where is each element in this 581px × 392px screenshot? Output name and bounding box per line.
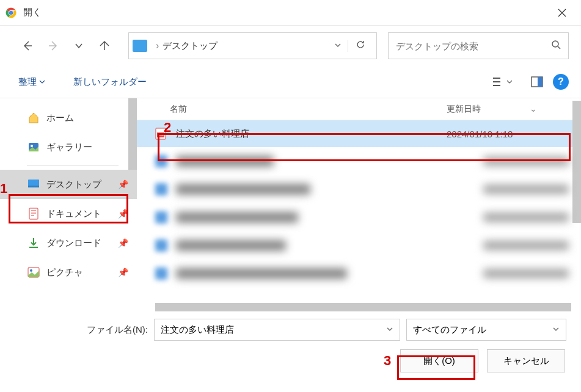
pin-icon: 📌 [118,238,128,248]
chevron-right-icon: › [156,40,159,51]
help-icon: ? [558,76,564,87]
arrow-right-icon [48,40,59,51]
sidebar-separator [27,165,119,166]
organize-button[interactable]: 整理 [12,73,51,92]
file-row-selected[interactable]: PDF 注文の多い料理店 2024/01/10 1:18 [137,120,581,147]
sidebar-item-label: ギャラリー [46,142,92,153]
pin-icon: 📌 [118,180,128,189]
sidebar-item-label: デスクトップ [46,179,101,191]
arrow-up-icon [99,40,110,51]
chevron-down-icon [334,42,342,49]
pictures-icon [27,266,40,279]
filename-value: 注文の多い料理店 [161,324,386,336]
file-date: 2024/01/10 1:18 [447,129,569,139]
chevron-down-icon [506,79,513,85]
chevron-down-icon [39,79,45,85]
search-box[interactable] [388,32,569,59]
close-icon [558,9,566,17]
nav-up-button[interactable] [94,35,115,56]
home-icon [27,111,40,125]
svg-point-7 [31,145,33,147]
titlebar: 開く [0,0,581,26]
svg-point-12 [30,269,32,272]
refresh-button[interactable] [348,40,373,52]
search-button[interactable] [551,40,561,52]
file-list: 名前 更新日時⌄ PDF 注文の多い料理店 2024/01/10 1:18 [137,98,581,311]
svg-rect-9 [28,186,39,187]
filename-label: ファイル名(N): [87,324,148,336]
pdf-file-icon: PDF [155,128,167,140]
chevron-down-icon [386,325,393,333]
sidebar-item-label: ダウンロード [46,238,101,249]
file-row-blurred [137,231,581,260]
preview-pane-button[interactable] [526,73,548,91]
list-header: 名前 更新日時⌄ [137,98,581,120]
button-row: 開く(O) キャンセル [15,349,566,372]
sidebar-item-documents[interactable]: ドキュメント 📌 [0,199,137,228]
arrow-left-icon [22,40,33,51]
gallery-icon [27,140,40,154]
filename-combobox[interactable]: 注文の多い料理店 [154,319,400,341]
sidebar-item-gallery[interactable]: ギャラリー [0,132,137,162]
filelist-scrollbar[interactable] [572,101,581,223]
sidebar-item-downloads[interactable]: ダウンロード 📌 [0,228,137,258]
file-name: 注文の多い料理店 [176,128,447,140]
chevron-down-icon [552,325,560,333]
file-row-blurred [137,147,581,175]
downloads-icon [27,236,40,250]
sidebar-item-label: ドキュメント [46,208,101,220]
column-name-header[interactable]: 名前 [170,104,447,115]
new-folder-button[interactable]: 新しいフォルダー [67,73,153,92]
file-row-blurred [137,203,581,231]
nav-back-button[interactable] [17,35,38,56]
sidebar-item-pictures[interactable]: ピクチャ 📌 [0,258,137,287]
body-area: ホーム ギャラリー デスクトップ 📌 ドキュメント 📌 ダウンロード 📌 ピクチ… [0,98,581,311]
desktop-folder-icon [133,40,147,52]
toolbar: 整理 新しいフォルダー ? [0,66,581,98]
sidebar-item-home[interactable]: ホーム [0,103,137,132]
preview-pane-icon [531,76,543,87]
svg-rect-5 [538,77,543,87]
filter-value: すべてのファイル [413,324,552,336]
pin-icon: 📌 [118,267,128,277]
nav-recent-button[interactable] [68,35,89,56]
chrome-icon [5,7,17,19]
svg-text:PDF: PDF [158,133,164,137]
chevron-down-icon [75,42,83,50]
sidebar-item-desktop[interactable]: デスクトップ 📌 [0,170,137,199]
navbar: › デスクトップ [0,26,581,66]
chevron-down-icon: ⌄ [530,104,537,114]
filetype-filter-combobox[interactable]: すべてのファイル [406,319,566,341]
horizontal-scrollbar[interactable] [155,303,571,311]
file-row-blurred [137,175,581,203]
sidebar-item-label: ピクチャ [46,267,83,278]
help-button[interactable]: ? [553,74,569,90]
svg-rect-10 [29,208,38,219]
open-button[interactable]: 開く(O) [400,349,478,372]
footer: ファイル名(N): 注文の多い料理店 すべてのファイル 開く(O) キャンセル [0,311,581,383]
path-segment[interactable]: デスクトップ [163,40,217,52]
sidebar-item-label: ホーム [46,112,74,124]
filename-row: ファイル名(N): 注文の多い料理店 すべてのファイル [15,319,566,341]
filename-dropdown-button[interactable] [386,324,393,335]
window-title: 開く [23,7,548,18]
svg-point-3 [552,41,558,47]
search-input[interactable] [396,41,551,51]
pin-icon: 📌 [118,209,128,219]
list-view-icon [492,76,504,87]
filter-dropdown-button[interactable] [552,324,560,335]
view-options-button[interactable] [487,73,517,91]
documents-icon [27,207,40,220]
desktop-icon [27,178,40,191]
cancel-button[interactable]: キャンセル [487,349,565,372]
svg-point-2 [9,10,13,15]
refresh-icon [356,40,365,49]
path-dropdown-button[interactable] [328,40,348,51]
column-date-header[interactable]: 更新日時⌄ [447,104,581,115]
nav-forward-button[interactable] [43,35,64,56]
close-button[interactable] [548,0,576,25]
sidebar: ホーム ギャラリー デスクトップ 📌 ドキュメント 📌 ダウンロード 📌 ピクチ… [0,98,137,311]
path-breadcrumb[interactable]: › デスクトップ [128,32,377,59]
search-icon [551,40,561,49]
file-row-blurred [137,260,581,288]
